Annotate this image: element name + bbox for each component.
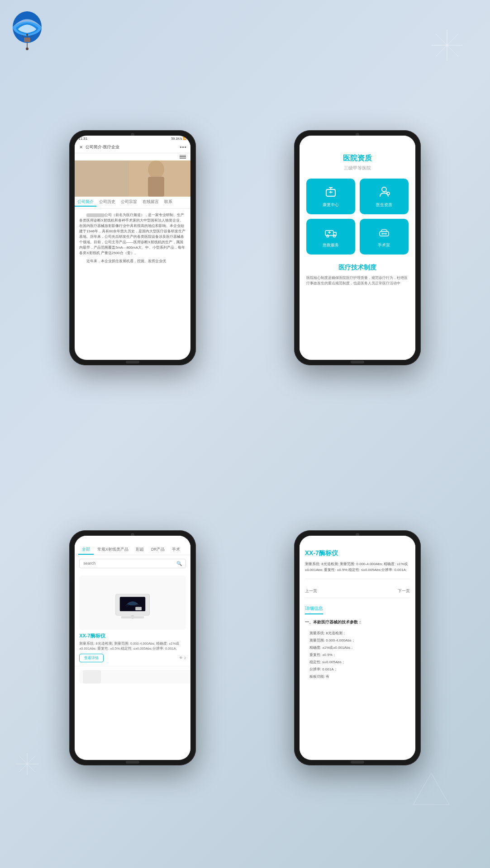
svg-rect-20: [148, 177, 164, 197]
detail-item-6: 板板功能: 有: [309, 673, 410, 680]
phone2-content: 医院资质 三级甲等医院: [300, 145, 415, 360]
product-footer: 查看详情 👁 2: [79, 654, 186, 662]
phone1-network: 59.1K/s: [171, 137, 182, 140]
phone2-screen: 医院资质 三级甲等医院: [300, 136, 415, 360]
card-emergency[interactable]: 急救服务: [306, 219, 355, 255]
card-rehab[interactable]: 康复中心: [306, 179, 355, 214]
prev-page-button[interactable]: 上一页: [305, 588, 317, 594]
tab-surgery[interactable]: 手术: [168, 546, 184, 555]
svg-point-19: [148, 160, 164, 179]
card-surgery-label: 手术室: [378, 242, 390, 248]
hero-svg: [75, 160, 190, 197]
detail-item-2: 精确度: ±1%或±0.001Abs；: [309, 644, 410, 651]
phone1-title: 公司简介-医疗企业: [86, 144, 180, 150]
view-count: 2: [184, 656, 186, 660]
detail-item-5: 分辨率: 0.001A；: [309, 666, 410, 673]
ambulance-icon: [323, 225, 338, 240]
svg-point-36: [381, 233, 383, 235]
phone3-screen: 全部 常规X射线类产品 彩超 DR产品 手术 🔍: [75, 536, 190, 760]
detail-item-0: 测量系统: 8光道检测；: [309, 630, 410, 637]
phone3-product-card: XX-7酶标仪 测量系统: 8光道检测; 测量范围: 0.000-4.000Ab…: [75, 572, 190, 667]
phone4-detail-section-title: 一、本款医疗器械的技术参数：: [305, 620, 410, 625]
svg-point-32: [333, 235, 335, 237]
phone3-wrapper: 全部 常规X射线类产品 彩超 DR产品 手术 🔍: [27, 454, 238, 841]
svg-rect-44: [136, 607, 142, 610]
view-detail-button[interactable]: 查看详情: [79, 654, 104, 662]
blurred-text: [86, 213, 105, 217]
phone3-content: 全部 常规X射线类产品 彩超 DR产品 手术 🔍: [75, 543, 190, 758]
detail-item-4: 稳定性: ≤±0.005Abs；: [309, 659, 410, 666]
phone1-home-button[interactable]: [126, 361, 139, 363]
phone4-screen: XX-7酶标仪 测量系统: 8光道检测; 测量范围: 0.000-4.000Ab…: [300, 536, 415, 760]
phone1-menu-row: [75, 153, 190, 161]
detail-item-3: 重复性: ±0.5%；: [309, 651, 410, 659]
phone-grid: 11:31 59.1K/s 📶 ✕ 公司简介-医疗企业: [0, 0, 490, 868]
phone1-header: ✕ 公司简介-医疗企业: [75, 142, 190, 153]
phone1-status-icons: 59.1K/s 📶: [171, 137, 187, 140]
detail-item-1: 测量范围: 0.000-4.000Abs；: [309, 637, 410, 644]
phone1-screen: 11:31 59.1K/s 📶 ✕ 公司简介-医疗企业: [75, 136, 190, 360]
product2-img-partial: [83, 670, 101, 684]
phone2-tech-text: 医院核心制度是确保医院医疗护理质量，规范诊疗行为，杜绝医疗事故发生的重点规范制度…: [306, 275, 409, 287]
nav-tab-history[interactable]: 公司历史: [96, 198, 118, 207]
surgery-icon: [377, 225, 391, 240]
phone3-home-button[interactable]: [126, 761, 139, 764]
more-options-icon[interactable]: [180, 146, 186, 148]
phone1-content: 公司（前名为医疗频道），是一家专业研制、生产各类医用诊断X射线机和各种手术床的大…: [75, 209, 190, 270]
phone3-status-spacer: [75, 536, 190, 543]
phone4-pagination: 上一页 下一页: [305, 585, 410, 598]
product-svg-image: [110, 582, 155, 623]
phone2-tech-title: 医疗技术制度: [306, 264, 409, 272]
phone2: 医院资质 三级甲等医院: [294, 130, 421, 365]
search-input[interactable]: [83, 561, 176, 566]
phone1-wrapper: 11:31 59.1K/s 📶 ✕ 公司简介-医疗企业: [27, 54, 238, 441]
rehab-icon: [323, 185, 338, 199]
nav-tab-contact[interactable]: 联系: [162, 198, 175, 207]
phone2-cards-grid: 康复中心 医生资质: [306, 179, 409, 255]
phone4-home-button[interactable]: [351, 761, 364, 764]
phone2-main-title: 医院资质: [306, 154, 409, 163]
tab-all[interactable]: 全部: [78, 546, 94, 555]
svg-rect-21: [75, 160, 129, 197]
phone4-wrapper: XX-7酶标仪 测量系统: 8光道检测; 测量范围: 0.000-4.000Ab…: [252, 454, 463, 841]
svg-point-27: [382, 187, 386, 192]
hero-img: [75, 160, 190, 197]
nav-tab-company-intro[interactable]: 公司简介: [75, 198, 96, 207]
eye-icon: 👁: [179, 656, 183, 660]
phone4-params: 测量系统: 8光道检测; 测量范围: 0.000-4.000Abs; 精确度: …: [305, 561, 410, 579]
tab-xray[interactable]: 常规X射线类产品: [94, 546, 132, 555]
phone1-status-bar: 11:31 59.1K/s 📶: [75, 136, 190, 142]
tab-ultrasound[interactable]: 彩超: [132, 546, 147, 555]
phone4-detail-tab[interactable]: 详细信息: [305, 605, 323, 614]
phone2-wrapper: 医院资质 三级甲等医院: [252, 54, 463, 441]
phone4-product-title: XX-7酶标仪: [305, 549, 410, 557]
phone3-search-bar: 🔍: [79, 559, 186, 568]
svg-rect-43: [121, 616, 144, 618]
hamburger-icon[interactable]: [180, 155, 186, 159]
product-card-2-partial: [79, 670, 190, 684]
card-doctor[interactable]: 医生资质: [360, 179, 409, 214]
card-emergency-label: 急救服务: [323, 242, 339, 248]
svg-point-37: [385, 233, 387, 235]
phone1-hero-image: [75, 160, 190, 197]
close-icon[interactable]: ✕: [79, 145, 83, 150]
phone3-tabs: 全部 常规X射线类产品 彩超 DR产品 手术: [75, 543, 190, 555]
tab-dr[interactable]: DR产品: [147, 546, 168, 555]
card-surgery[interactable]: 手术室: [360, 219, 409, 255]
phone2-home-button[interactable]: [351, 361, 364, 363]
product-name: XX-7酶标仪: [79, 632, 186, 639]
wifi-icon: 📶: [183, 137, 187, 140]
next-page-button[interactable]: 下一页: [398, 588, 410, 594]
phone4: XX-7酶标仪 测量系统: 8光道检测; 测量范围: 0.000-4.000Ab…: [294, 530, 421, 765]
phone2-status-spacer: [300, 136, 415, 145]
phone3: 全部 常规X射线类产品 彩超 DR产品 手术 🔍: [69, 530, 196, 765]
phone1-nav: 公司简介 公司历史 公司宗旨 在线留言 联系: [75, 197, 190, 209]
phone4-content: XX-7酶标仪 测量系统: 8光道检测; 测量范围: 0.000-4.000Ab…: [300, 543, 415, 758]
nav-tab-message[interactable]: 在线留言: [140, 198, 162, 207]
search-icon[interactable]: 🔍: [176, 561, 182, 566]
product-image: [79, 576, 186, 630]
phone2-subtitle: 三级甲等医院: [306, 165, 409, 171]
phone1-paragraph1: 公司（前名为医疗频道），是一家专业研制、生产各类医用诊断X射线机和各种手术床的大…: [79, 212, 186, 256]
phone1: 11:31 59.1K/s 📶 ✕ 公司简介-医疗企业: [69, 130, 196, 365]
nav-tab-mission[interactable]: 公司宗旨: [118, 198, 140, 207]
